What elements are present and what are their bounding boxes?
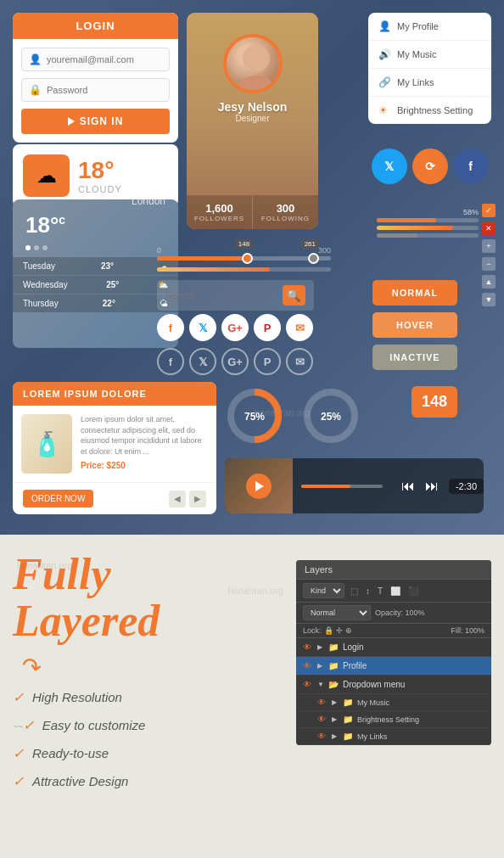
product-image: 🧴	[21, 414, 72, 474]
slider-track-2[interactable]	[157, 267, 331, 272]
lock-icon-row: 🔒	[324, 626, 333, 635]
password-input[interactable]	[47, 85, 162, 95]
layers-icon-4: ⬛	[406, 585, 420, 597]
layers-icon-2: ↕	[364, 585, 372, 597]
arrow-profile: ▶	[317, 662, 324, 670]
normal-button[interactable]: NORMAL	[372, 280, 457, 306]
feature-design: ✓ Attractive Design	[13, 773, 491, 789]
top-section: honariran.org honariran.org honariran.or…	[0, 0, 504, 535]
layer-name-login: Login	[343, 642, 484, 652]
layers-panel: Layers Kind ⬚ ↕ T ⬜ ⬛ Normal Opacity: 10…	[296, 560, 491, 745]
email-circle-filled[interactable]: ✉	[286, 314, 313, 341]
music-time: -2:30	[449, 479, 484, 494]
arrow-dropdown: ▼	[317, 681, 324, 688]
brightness-icon: ☀	[378, 104, 390, 116]
layer-mymusic[interactable]: 👁 ▶ 📁 My Music	[296, 694, 491, 711]
password-field-wrap: 🔒	[21, 78, 170, 102]
progress-section: 58%	[377, 208, 479, 241]
svg-text:75%: 75%	[244, 411, 265, 423]
layer-profile[interactable]: 👁 ▶ 📁 Profile	[296, 657, 491, 676]
email-input[interactable]	[47, 54, 162, 64]
following-stat: 300 FOLLOWING	[253, 195, 318, 229]
side-btn-plus[interactable]: +	[482, 239, 496, 253]
dropdown-item-profile[interactable]: 👤 My Profile	[368, 13, 491, 41]
feature-label-1: High Resolution	[32, 690, 122, 704]
pinterest-circle-filled[interactable]: P	[254, 314, 281, 341]
side-controls: ✓ ✕ + − ▲ ▼	[482, 204, 496, 306]
music-icon: 🔊	[378, 48, 390, 60]
prev-track-btn[interactable]: ⏮	[401, 479, 415, 494]
opacity-label: Opacity: 100%	[375, 608, 484, 617]
check-icon-4: ✓	[13, 773, 24, 789]
product-description: Lorem ipsum dolor sit amet, consectetur …	[81, 414, 208, 457]
arrow-login: ▶	[317, 643, 324, 651]
twitter-circle-outline[interactable]: 𝕏	[189, 348, 216, 375]
email-circle-outline[interactable]: ✉	[286, 348, 313, 375]
dropdown-item-links[interactable]: 🔗 My Links	[368, 69, 491, 97]
eye-icon-brightness: 👁	[317, 715, 328, 724]
google-circle-filled[interactable]: G+	[221, 314, 249, 341]
weather-big-temp: 18°c	[25, 212, 65, 238]
day-temp: 22°	[103, 299, 115, 308]
donut-75: 75%	[225, 386, 284, 449]
social-buttons-top: 𝕏 ⟳ f	[368, 149, 491, 184]
prev-arrow[interactable]: ◀	[169, 491, 186, 508]
twitter-btn[interactable]: 𝕏	[372, 149, 407, 184]
inactive-button[interactable]: INACTIVE	[372, 345, 457, 370]
facebook-btn[interactable]: f	[453, 149, 489, 184]
search-input[interactable]	[165, 290, 283, 300]
watermark-bottom-1: honariran.org	[17, 560, 72, 570]
followers-count: 1,600	[190, 202, 249, 215]
folder-dropdown: 📂	[328, 680, 339, 689]
weather-dots	[13, 245, 178, 257]
facebook-circle-filled[interactable]: f	[157, 314, 184, 341]
kind-select[interactable]: Kind	[303, 583, 344, 598]
layer-login[interactable]: 👁 ▶ 📁 Login	[296, 638, 491, 657]
play-button-music[interactable]	[246, 474, 272, 499]
donut-charts: 75% 25%	[225, 386, 361, 449]
dropdown-item-brightness[interactable]: ☀ Brightness Setting	[368, 97, 491, 124]
forecast-tuesday: Tuesday 23° ☁	[13, 257, 178, 276]
side-btn-check[interactable]: ✓	[482, 204, 496, 217]
signin-label: SIGN IN	[80, 115, 124, 127]
day-label: Wednesday	[23, 280, 68, 289]
next-arrow[interactable]: ▶	[189, 491, 206, 508]
share-btn[interactable]: ⟳	[412, 149, 448, 184]
layer-dropdown[interactable]: 👁 ▼ 📂 Dropdown menu	[296, 676, 491, 694]
arrow-brightness: ▶	[332, 715, 339, 723]
blending-select[interactable]: Normal	[303, 605, 371, 620]
layer-name-brightness: Brightness Setting	[357, 715, 484, 724]
signin-button[interactable]: SIGN IN	[21, 109, 170, 134]
product-footer: ORDER NOW ◀ ▶	[13, 482, 216, 514]
music-progress-fill	[301, 485, 350, 488]
slider-track-1[interactable]: 148 261	[157, 256, 331, 261]
eye-icon-profile: 👁	[303, 661, 313, 670]
slider-bubble-2: 261	[302, 239, 318, 249]
login-header: LOGIN	[13, 13, 178, 39]
product-header: LOREM IPSUM DOLORE	[13, 382, 216, 406]
profile-name: Jesy Nelson	[218, 100, 288, 114]
hover-button[interactable]: HOVER	[372, 312, 457, 338]
facebook-circle-outline[interactable]: f	[157, 348, 184, 375]
layer-mylinks[interactable]: 👁 ▶ 📁 My Links	[296, 728, 491, 745]
email-field-wrap: 👤	[21, 48, 170, 71]
slider-thumb-1[interactable]: 148	[242, 253, 253, 264]
side-btn-minus[interactable]: −	[482, 257, 496, 271]
side-btn-down[interactable]: ▼	[482, 293, 496, 306]
google-circle-outline[interactable]: G+	[221, 348, 249, 375]
move-icon: ✢	[336, 626, 343, 635]
weather-city: London	[132, 199, 165, 207]
side-btn-up[interactable]: ▲	[482, 275, 496, 289]
twitter-circle-filled[interactable]: 𝕏	[189, 314, 216, 341]
next-track-btn[interactable]: ⏭	[425, 479, 439, 494]
layer-brightness[interactable]: 👁 ▶ 📁 Brightness Setting	[296, 711, 491, 728]
order-button[interactable]: ORDER NOW	[23, 490, 93, 508]
search-button[interactable]: 🔍	[283, 285, 305, 306]
weather-temp: 18°	[78, 157, 122, 184]
pinterest-circle-outline[interactable]: P	[254, 348, 281, 375]
progress-fill-3	[377, 233, 417, 238]
side-btn-x[interactable]: ✕	[482, 222, 496, 235]
slider-thumb-2[interactable]: 261	[308, 253, 319, 264]
profile-card: Jesy Nelson Designer 1,600 FOLLOWERS 300…	[187, 13, 318, 229]
dropdown-item-music[interactable]: 🔊 My Music	[368, 41, 491, 69]
